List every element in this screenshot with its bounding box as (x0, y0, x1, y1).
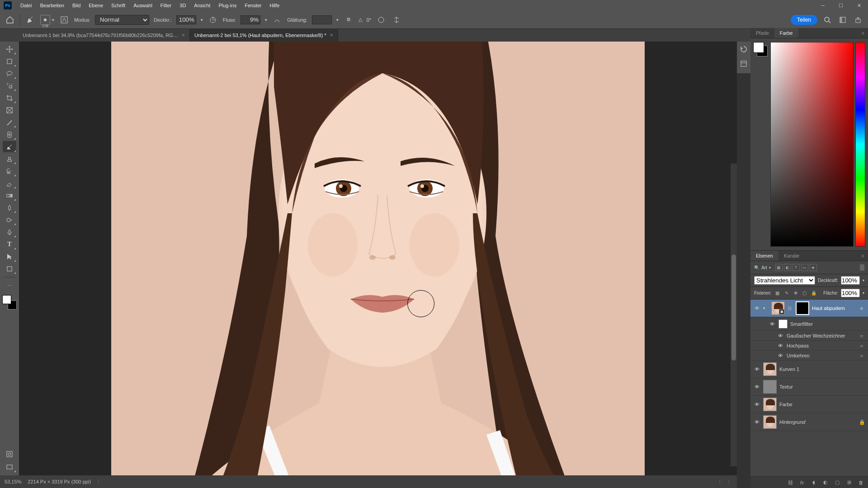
layer-mask-thumb[interactable] (796, 301, 809, 315)
clone-stamp-tool[interactable] (3, 153, 16, 164)
layer-name[interactable]: Haut abpudern (812, 305, 857, 311)
menu-hilfe[interactable]: Hilfe (265, 0, 283, 11)
brush-preview[interactable]: 176 (40, 15, 50, 25)
group-icon[interactable]: ▢ (834, 479, 841, 486)
visibility-toggle[interactable]: 👁 (753, 384, 760, 389)
move-tool[interactable] (3, 43, 16, 55)
layers-panel-menu[interactable]: ≡ (858, 251, 868, 261)
layer-filter-gauss[interactable]: 👁 Gaußscher Weichzeichner ⚌ (750, 331, 868, 341)
doc-dimensions[interactable]: 2214 Px × 3319 Px (300 ppi) (28, 479, 91, 484)
menu-plugins[interactable]: Plug-ins (214, 0, 241, 11)
hue-slider[interactable] (855, 42, 865, 247)
home-button[interactable] (5, 14, 15, 25)
visibility-toggle[interactable]: 👁 (777, 343, 784, 348)
lock-transparent-icon[interactable]: ▦ (774, 290, 781, 296)
visibility-toggle[interactable]: 👁 (753, 305, 760, 311)
layer-hintergrund[interactable]: 👁 Hintergrund 🔒 (750, 413, 868, 431)
zoom-level[interactable]: 53,15% (5, 479, 21, 484)
smoothing-options-icon[interactable]: ⚙ (343, 14, 354, 25)
tab-close-2[interactable]: × (330, 32, 333, 38)
brush-preset[interactable]: 176 ▾ (40, 15, 54, 25)
foreground-color-swatch[interactable] (2, 295, 11, 304)
layer-blend-select[interactable]: Strahlendes Licht (754, 276, 815, 285)
brush-dropdown-arrow[interactable]: ▾ (52, 18, 54, 22)
layer-kurven[interactable]: 👁 Kurven 1 (750, 361, 868, 378)
filter-options-icon[interactable]: ⚌ (860, 343, 865, 348)
share-export-icon[interactable] (853, 14, 863, 25)
layer-mask-icon[interactable]: ◖ (810, 479, 817, 486)
lock-artboard-icon[interactable]: ▢ (801, 290, 808, 296)
visibility-toggle[interactable]: 👁 (753, 402, 760, 407)
smoothing-dropdown[interactable]: ▾ (336, 18, 339, 22)
opacity-input[interactable] (176, 15, 196, 24)
layer-name[interactable]: Gaußscher Weichzeichner (787, 333, 857, 338)
symmetry-icon[interactable] (391, 14, 402, 25)
close-button[interactable]: ✕ (850, 0, 868, 11)
color-panel-menu[interactable]: ≡ (858, 28, 868, 38)
path-select-tool[interactable] (3, 251, 16, 262)
dodge-tool[interactable] (3, 214, 16, 225)
layer-name[interactable]: Hintergrund (779, 419, 856, 425)
pressure-opacity-icon[interactable] (208, 14, 218, 25)
properties-panel-icon[interactable] (739, 59, 749, 69)
vertical-scrollbar[interactable] (731, 164, 737, 466)
search-icon[interactable] (822, 14, 833, 25)
menu-auswahl[interactable]: Auswahl (129, 0, 156, 11)
gradient-tool[interactable] (3, 190, 16, 201)
blur-tool[interactable] (3, 202, 16, 213)
brush-panel-toggle[interactable] (59, 14, 70, 25)
scroll-right-arrow[interactable]: 〉 (727, 479, 732, 485)
layer-name[interactable]: Umkehren (787, 353, 857, 358)
pen-tool[interactable] (3, 226, 16, 238)
layer-filter-umkehren[interactable]: 👁 Umkehren ⚌ (750, 351, 868, 361)
smart-indicator[interactable]: ◉ (860, 306, 865, 310)
layer-opacity-input[interactable] (841, 276, 860, 285)
filter-type-icon[interactable]: T (793, 264, 800, 271)
visibility-toggle[interactable]: 👁 (777, 353, 784, 358)
fg-color-chip[interactable] (753, 42, 764, 53)
current-tool-icon[interactable] (25, 14, 36, 25)
shape-tool[interactable] (3, 263, 16, 274)
layer-fill-input[interactable] (841, 289, 860, 297)
quick-select-tool[interactable] (3, 80, 16, 91)
blend-mode-select[interactable]: Normal (95, 15, 149, 25)
filter-options-icon[interactable]: ⚌ (860, 333, 865, 338)
artboard-tool[interactable] (3, 56, 16, 67)
visibility-toggle[interactable]: 👁 (753, 366, 760, 372)
eraser-tool[interactable] (3, 178, 16, 189)
filter-pixel-icon[interactable]: ▦ (775, 264, 783, 271)
layer-filter-type[interactable]: 🔍 Art ▾ (754, 265, 771, 270)
adjustment-layer-icon[interactable]: ◐ (822, 479, 829, 486)
pressure-size-icon[interactable] (376, 14, 387, 25)
paths-tab[interactable]: Pfade (750, 28, 774, 38)
color-tab[interactable]: Farbe (774, 28, 798, 38)
visibility-toggle[interactable]: 👁 (777, 333, 784, 338)
layer-textur[interactable]: 👁 Textur (750, 378, 868, 396)
link-icon[interactable]: ⛓ (788, 306, 793, 311)
new-layer-icon[interactable]: ⊞ (845, 479, 853, 486)
healing-brush-tool[interactable] (3, 129, 16, 140)
tab-close-1[interactable]: × (182, 32, 185, 38)
color-panel-swatches[interactable] (753, 42, 769, 247)
menu-bild[interactable]: Bild (68, 0, 85, 11)
brush-tool[interactable] (3, 141, 16, 152)
layer-thumb[interactable]: ▣ (771, 301, 785, 315)
lock-pixels-icon[interactable]: ✎ (783, 290, 790, 296)
menu-datei[interactable]: Datei (16, 0, 36, 11)
filter-smart-icon[interactable]: ◈ (810, 264, 817, 271)
delete-layer-icon[interactable]: 🗑 (857, 479, 864, 486)
layer-haut-abpudern[interactable]: 👁 ▾ ▣ ⛓ Haut abpudern ◉ (750, 300, 868, 317)
lock-all-icon[interactable]: 🔒 (810, 290, 817, 296)
opacity-dropdown[interactable]: ▾ (201, 18, 203, 22)
link-layers-icon[interactable]: ⛓ (787, 479, 794, 486)
menu-fenster[interactable]: Fenster (241, 0, 265, 11)
channels-tab[interactable]: Kanäle (778, 251, 805, 261)
layer-name[interactable]: Textur (779, 384, 865, 389)
frame-tool[interactable] (3, 104, 16, 116)
smartfilter-expand[interactable]: ▾ (763, 306, 769, 310)
minimize-button[interactable]: ─ (814, 0, 832, 11)
history-brush-tool[interactable] (3, 165, 16, 177)
crop-tool[interactable] (3, 92, 16, 103)
layer-farbe[interactable]: 👁 Farbe (750, 396, 868, 413)
flow-dropdown[interactable]: ▾ (265, 18, 267, 22)
